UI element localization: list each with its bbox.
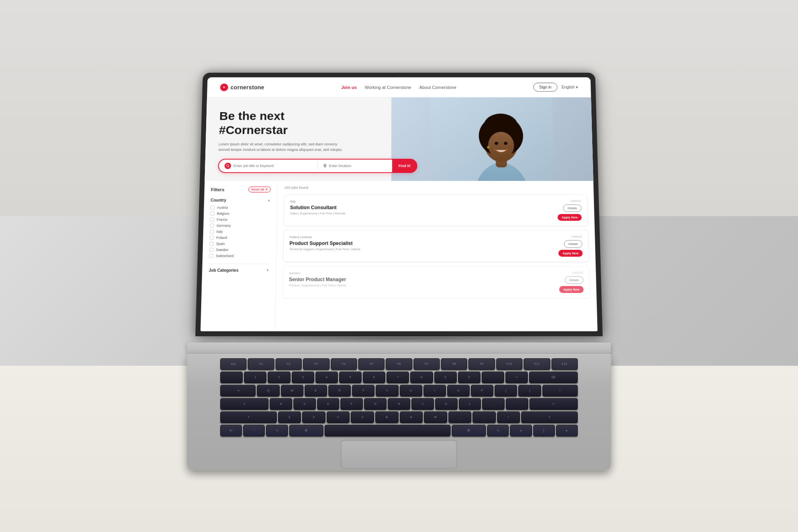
key-f9[interactable]: F9 [468, 358, 495, 370]
key-option-left[interactable]: ⌥ [266, 425, 288, 436]
filter-item-germany[interactable]: Germany [210, 224, 270, 228]
apply-button-1[interactable]: Apply Now [558, 214, 582, 220]
key-cmd-left[interactable]: ⌘ [289, 425, 323, 436]
checkbox-austria[interactable] [210, 205, 214, 209]
key-i[interactable]: I [424, 385, 446, 397]
nav-link-working[interactable]: Working at Cornerstone [365, 85, 411, 89]
filter-item-poland[interactable]: Poland [209, 236, 270, 240]
key-slash[interactable]: / [497, 411, 520, 423]
filter-item-belgium[interactable]: Belgium [210, 212, 271, 216]
key-space[interactable] [325, 425, 451, 436]
key-q[interactable]: Q [257, 385, 279, 397]
reset-all-button[interactable]: Reset all ✕ [248, 186, 271, 192]
nav-link-about[interactable]: About Cornerstone [419, 85, 456, 89]
filter-item-france[interactable]: France [210, 217, 270, 222]
checkbox-france[interactable] [210, 217, 214, 222]
filter-item-sweden[interactable]: Sweden [209, 248, 269, 252]
filter-item-switzerland[interactable]: Switzerland [209, 254, 270, 258]
key-left-shift[interactable]: ⇧ [220, 411, 277, 423]
key-semicolon[interactable]: ; [482, 398, 505, 410]
checkbox-italy[interactable] [210, 229, 214, 234]
key-p[interactable]: P [471, 385, 493, 397]
key-up-down-arrow[interactable]: ▴▾ [533, 425, 555, 436]
key-quote[interactable]: ' [506, 398, 528, 410]
key-cmd-right[interactable]: ⌘ [452, 425, 486, 436]
key-esc[interactable]: esc [220, 358, 246, 370]
key-f6[interactable]: F6 [386, 358, 412, 370]
job-categories-filter-header[interactable]: Job Categories ▼ [209, 268, 269, 272]
signin-button[interactable]: Sign in [533, 83, 558, 91]
apply-button-3[interactable]: Apply Now [559, 286, 584, 293]
nav-link-join-us[interactable]: Join us [341, 85, 357, 89]
key-f2[interactable]: F2 [276, 358, 302, 370]
key-capslock[interactable]: ⇪ [220, 398, 268, 410]
key-k[interactable]: K [435, 398, 458, 410]
key-f12[interactable]: F12 [552, 358, 578, 370]
key-lbracket[interactable]: [ [495, 385, 517, 397]
key-w[interactable]: W [281, 385, 303, 397]
key-5[interactable]: 5 [339, 372, 362, 383]
key-backslash[interactable]: \ [542, 385, 578, 397]
filter-item-spain[interactable]: Spain [209, 241, 270, 246]
checkbox-belgium[interactable] [210, 212, 214, 216]
key-l[interactable]: L [459, 398, 481, 410]
key-comma[interactable]: , [448, 411, 472, 423]
key-right-shift[interactable]: ⇧ [521, 411, 578, 423]
key-v[interactable]: V [351, 411, 374, 423]
details-button-1[interactable]: Details [563, 204, 582, 212]
key-3[interactable]: 3 [292, 372, 314, 383]
checkbox-germany[interactable] [210, 224, 214, 228]
key-e[interactable]: E [305, 385, 327, 397]
key-z[interactable]: Z [278, 411, 301, 423]
filter-item-italy[interactable]: Italy [210, 229, 270, 234]
filter-item-austria[interactable]: Austria [210, 205, 271, 209]
details-button-3[interactable]: Details [565, 276, 584, 284]
key-0[interactable]: 0 [458, 372, 480, 383]
job-keyword-input[interactable] [234, 164, 312, 168]
key-option-right[interactable]: ⌥ [487, 425, 509, 436]
checkbox-switzerland[interactable] [209, 254, 213, 258]
key-f11[interactable]: F11 [524, 358, 550, 370]
key-tab[interactable]: ⇥ [220, 385, 256, 397]
key-7[interactable]: 7 [387, 372, 409, 383]
checkbox-spain[interactable] [209, 241, 214, 246]
key-rbracket[interactable]: ] [518, 385, 541, 397]
apply-button-2[interactable]: Apply Now [559, 250, 583, 257]
key-enter[interactable]: ↵ [530, 398, 578, 410]
key-g[interactable]: G [364, 398, 387, 410]
key-2[interactable]: 2 [268, 372, 290, 383]
key-period[interactable]: . [473, 411, 496, 423]
key-6[interactable]: 6 [363, 372, 385, 383]
key-f7[interactable]: F7 [414, 358, 440, 370]
key-4[interactable]: 4 [315, 372, 338, 383]
country-filter-header[interactable]: Country ▲ [211, 198, 271, 202]
key-a[interactable]: A [270, 398, 292, 410]
key-equals[interactable]: = [505, 372, 528, 383]
key-j[interactable]: J [411, 398, 434, 410]
key-t[interactable]: T [352, 385, 374, 397]
key-f8[interactable]: F8 [441, 358, 467, 370]
key-9[interactable]: 9 [434, 372, 457, 383]
key-right-arrow[interactable]: ▸ [556, 425, 578, 436]
key-fn[interactable]: fn [220, 425, 242, 436]
key-8[interactable]: 8 [410, 372, 433, 383]
key-n[interactable]: N [400, 411, 423, 423]
key-ctrl[interactable]: ⌃ [243, 425, 265, 436]
key-1[interactable]: 1 [244, 372, 266, 383]
details-button-2[interactable]: Details [564, 240, 583, 247]
key-h[interactable]: H [388, 398, 410, 410]
key-f3[interactable]: F3 [303, 358, 329, 370]
key-f5[interactable]: F5 [358, 358, 384, 370]
language-selector[interactable]: English ▾ [562, 85, 578, 89]
key-d[interactable]: D [317, 398, 340, 410]
key-u[interactable]: U [400, 385, 422, 397]
key-left-arrow[interactable]: ◂ [510, 425, 532, 436]
trackpad[interactable] [341, 440, 457, 469]
key-f4[interactable]: F4 [331, 358, 357, 370]
key-s[interactable]: S [293, 398, 316, 410]
key-c[interactable]: C [327, 411, 350, 423]
key-f1[interactable]: F1 [248, 358, 274, 370]
key-backtick[interactable]: ` [220, 372, 243, 383]
key-r[interactable]: R [328, 385, 351, 397]
key-y[interactable]: Y [376, 385, 398, 397]
